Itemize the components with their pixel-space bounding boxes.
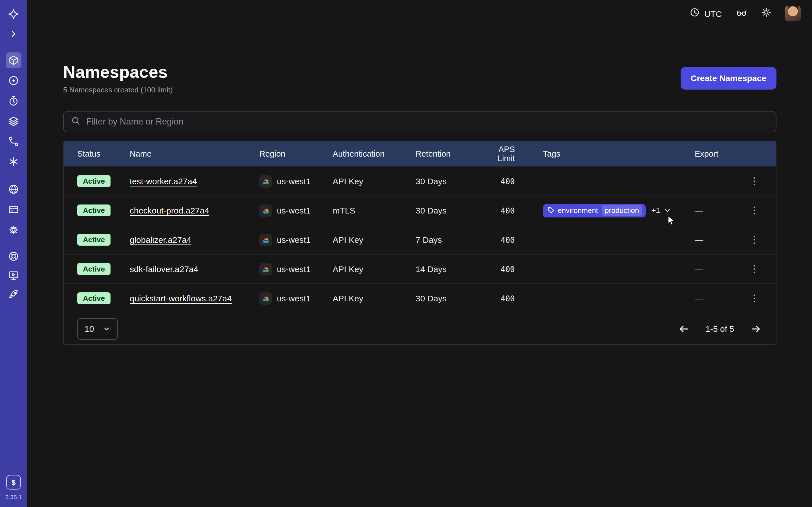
next-page-button[interactable] [749, 322, 762, 335]
sidebar-item-batch[interactable] [6, 133, 21, 149]
sidebar-item-support[interactable] [6, 248, 21, 264]
page-size-select[interactable]: 10 [77, 318, 118, 339]
user-avatar[interactable] [785, 6, 801, 21]
tags-cell: environment production +1 [543, 204, 695, 217]
auth-label: API Key [333, 264, 416, 274]
sidebar-item-nexus[interactable] [6, 154, 21, 170]
chevron-down-icon [103, 325, 110, 333]
table-row[interactable]: Active sdk-failover.a27a4 us-west1 API K… [64, 254, 776, 283]
aps-limit-value: 400 [479, 294, 543, 303]
sun-icon [761, 7, 771, 20]
sidebar-item-settings[interactable] [6, 222, 21, 238]
table-row[interactable]: Active globalizer.a27a4 us-west1 API Key… [64, 225, 776, 254]
row-menu-button[interactable]: ⋮ [746, 233, 762, 247]
namespace-link[interactable]: checkout-prod.a27a4 [130, 206, 209, 215]
glasses-icon [735, 7, 748, 20]
page-header: Namespaces 5 Namespaces created (100 lim… [63, 62, 776, 94]
region-label: us-west1 [277, 206, 311, 215]
gcp-cloud-icon [259, 175, 272, 187]
export-value: — [695, 206, 703, 215]
namespace-link[interactable]: sdk-failover.a27a4 [130, 264, 199, 274]
aps-limit-value: 400 [479, 177, 543, 186]
table-row[interactable]: Active test-worker.a27a4 us-west1 API Ke… [64, 166, 776, 195]
auth-label: API Key [333, 176, 416, 186]
sidebar-item-getting-started[interactable] [6, 287, 21, 302]
auth-label: mTLS [333, 206, 416, 215]
timezone-label: UTC [704, 9, 722, 18]
filter-input[interactable] [86, 117, 769, 127]
create-namespace-button[interactable]: Create Namespace [680, 67, 777, 89]
table-header: Status Name Region Authentication Retent… [64, 142, 776, 166]
sidebar-item-billing[interactable] [6, 202, 21, 217]
temporal-logo-icon[interactable] [6, 6, 21, 22]
row-menu-button[interactable]: ⋮ [746, 174, 762, 188]
region-label: us-west1 [277, 264, 311, 274]
row-menu-button[interactable]: ⋮ [746, 291, 762, 305]
status-badge: Active [77, 234, 110, 245]
page-size-value: 10 [85, 324, 94, 334]
support-lifebuoy-icon [8, 251, 19, 262]
row-menu-button[interactable]: ⋮ [746, 262, 762, 276]
row-menu-button[interactable]: ⋮ [746, 203, 762, 217]
export-value: — [695, 235, 703, 244]
sidebar-item-namespaces[interactable] [6, 52, 21, 68]
layers-icon [8, 115, 19, 127]
pagination-range: 1-5 of 5 [705, 324, 734, 334]
clock-icon [690, 7, 700, 20]
globe-icon [8, 184, 19, 195]
col-name: Name [130, 149, 259, 158]
filter-searchbox [63, 111, 776, 132]
sidebar-item-deployments[interactable] [6, 113, 21, 129]
table-footer: 10 1-5 of 5 [64, 313, 776, 344]
table-row[interactable]: Active checkout-prod.a27a4 us-west1 mTLS… [64, 195, 776, 225]
theme-toggle[interactable] [761, 7, 771, 20]
tag-key: environment [558, 206, 598, 215]
status-badge: Active [77, 205, 110, 216]
region-label: us-west1 [277, 176, 311, 186]
app-window: $ 2.35.1 UTC Namespaces [0, 0, 812, 507]
retention-label: 7 Days [416, 235, 479, 244]
circle-dot-icon [8, 75, 19, 86]
tags-expand-button[interactable] [663, 206, 671, 215]
dollar-glyph: $ [11, 478, 15, 487]
labs-toggle[interactable] [735, 7, 748, 20]
col-retention: Retention [416, 149, 479, 158]
tag-icon [548, 206, 554, 215]
search-icon [71, 116, 81, 128]
sidebar-item-regions[interactable] [6, 181, 21, 197]
branch-workflow-icon [8, 136, 19, 147]
gcp-cloud-icon [259, 233, 272, 246]
table-row[interactable]: Active quickstart-workflows.a27a4 us-wes… [64, 283, 776, 313]
timezone-selector[interactable]: UTC [690, 7, 722, 20]
settings-gear-icon [8, 224, 19, 235]
retention-label: 14 Days [416, 264, 479, 274]
namespace-link[interactable]: globalizer.a27a4 [130, 235, 192, 244]
tag-more-count: +1 [652, 206, 660, 215]
sidebar-item-monitor[interactable] [6, 73, 21, 89]
tag-value: production [601, 205, 642, 216]
screen-icon [8, 270, 19, 281]
nexus-asterisk-icon [8, 156, 19, 167]
col-authentication: Authentication [333, 149, 416, 158]
page-subtitle: 5 Namespaces created (100 limit) [63, 86, 173, 94]
tag-chip[interactable]: environment production [543, 204, 646, 217]
sidebar-item-schedules[interactable] [6, 93, 21, 109]
col-region: Region [259, 149, 333, 158]
usage-dollar-icon[interactable]: $ [6, 475, 21, 490]
aps-limit-value: 400 [479, 235, 543, 244]
auth-label: API Key [333, 293, 416, 303]
gcp-cloud-icon [259, 292, 272, 304]
version-label: 2.35.1 [5, 494, 22, 500]
sidebar-item-resources[interactable] [6, 268, 21, 283]
expand-chevron-icon[interactable] [6, 26, 21, 42]
retention-label: 30 Days [416, 293, 479, 303]
namespace-link[interactable]: quickstart-workflows.a27a4 [130, 293, 232, 303]
col-status: Status [77, 149, 130, 158]
topbar: UTC [27, 0, 812, 27]
prev-page-button[interactable] [677, 322, 691, 335]
namespaces-table: Status Name Region Authentication Retent… [63, 141, 776, 345]
sidebar: $ 2.35.1 [0, 0, 27, 507]
col-tags: Tags [543, 149, 695, 158]
export-value: — [695, 293, 703, 303]
namespace-link[interactable]: test-worker.a27a4 [130, 176, 197, 186]
